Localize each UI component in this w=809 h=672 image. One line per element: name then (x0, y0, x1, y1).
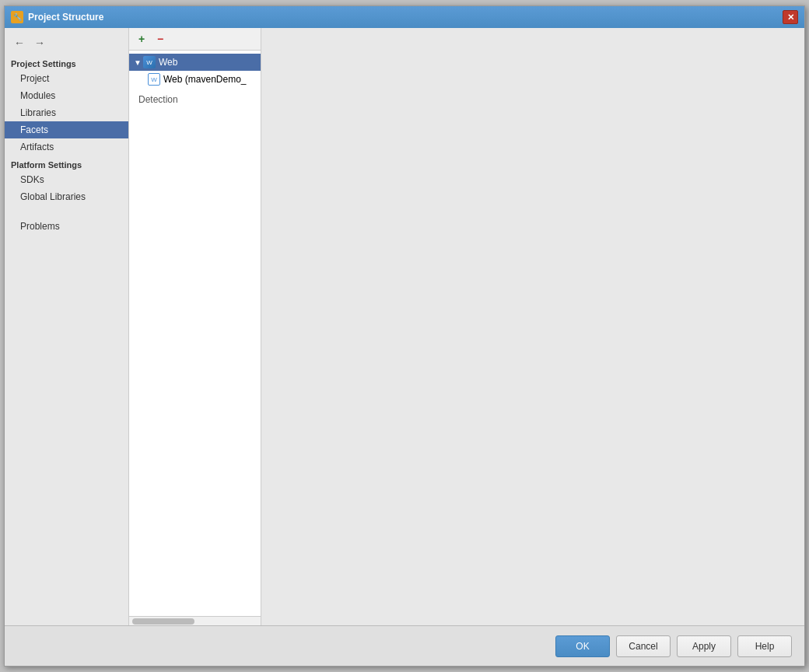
remove-facet-button[interactable]: − (152, 31, 168, 47)
facets-tree-panel: + − ▼ W Web (129, 28, 261, 625)
nav-forward-button[interactable]: → (31, 34, 48, 51)
add-facet-button[interactable]: + (134, 31, 149, 47)
sidebar-item-project[interactable]: Project (5, 70, 128, 87)
cancel-button[interactable]: Cancel (616, 635, 671, 657)
apply-button[interactable]: Apply (677, 635, 731, 657)
sidebar-item-problems[interactable]: Problems (5, 218, 128, 235)
project-structure-window: 🔧 Project Structure ✕ ← → Project Settin… (4, 5, 805, 667)
facets-content: + − ▼ W Web (129, 28, 804, 625)
expand-arrow: ▼ (134, 58, 143, 67)
main-panel: + − ▼ W Web (129, 28, 804, 625)
project-settings-label: Project Settings (5, 54, 128, 70)
facets-tree: ▼ W Web W Web (mavenDemo_ (129, 51, 261, 616)
web-child-label: Web (mavenDemo_ (163, 74, 247, 85)
sidebar-item-artifacts[interactable]: Artifacts (5, 138, 128, 156)
horizontal-scrollbar[interactable] (129, 616, 261, 625)
web-item-label: Web (159, 57, 177, 68)
sidebar: ← → Project Settings Project Modules Lib… (5, 28, 129, 625)
help-button[interactable]: Help (737, 635, 792, 657)
sidebar-item-modules[interactable]: Modules (5, 87, 128, 104)
content-area: ← → Project Settings Project Modules Lib… (5, 28, 804, 625)
sidebar-item-sdks[interactable]: SDKs (5, 171, 128, 188)
nav-back-button[interactable]: ← (11, 34, 28, 51)
window-title: Project Structure (28, 12, 783, 23)
bottom-bar: OK Cancel Apply Help (5, 625, 804, 666)
window-icon: 🔧 (11, 11, 23, 23)
ok-button[interactable]: OK (555, 635, 610, 657)
detail-panel (261, 28, 804, 625)
nav-toolbar: ← → (5, 31, 128, 54)
tree-item-web[interactable]: ▼ W Web (129, 54, 261, 71)
sidebar-item-facets[interactable]: Facets (5, 121, 128, 138)
web-facet-icon: W (148, 73, 160, 86)
scrollbar-thumb (132, 618, 194, 625)
sidebar-item-libraries[interactable]: Libraries (5, 104, 128, 121)
platform-settings-label: Platform Settings (5, 156, 128, 171)
tree-item-web-child[interactable]: W Web (mavenDemo_ (129, 71, 261, 88)
web-category-icon: W (143, 56, 156, 68)
sidebar-item-global-libraries[interactable]: Global Libraries (5, 188, 128, 205)
close-button[interactable]: ✕ (783, 10, 798, 24)
title-bar: 🔧 Project Structure ✕ (5, 6, 804, 28)
detection-label: Detection (129, 88, 261, 111)
facets-toolbar: + − (129, 28, 261, 51)
